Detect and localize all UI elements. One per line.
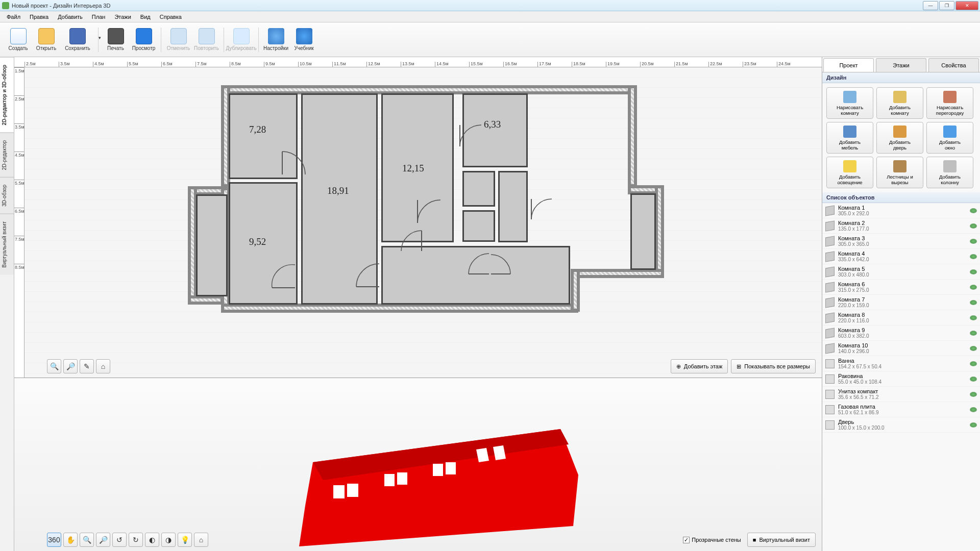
visibility-icon[interactable]: [970, 254, 977, 259]
object-row[interactable]: Комната 8220.0 x 116.0: [822, 310, 980, 325]
rotate-360-icon[interactable]: 360: [47, 533, 61, 547]
object-row[interactable]: Комната 6315.0 x 275.0: [822, 280, 980, 295]
visibility-icon[interactable]: [970, 223, 977, 229]
object-row[interactable]: Ванна154.2 x 67.5 x 50.4: [822, 356, 980, 371]
room-1[interactable]: [229, 93, 298, 179]
object-row[interactable]: Унитаз компакт35.6 x 56.5 x 71.2: [822, 387, 980, 402]
side-tab-1[interactable]: 2D-редактор: [0, 133, 14, 178]
object-row[interactable]: Комната 5303.0 x 480.0: [822, 264, 980, 280]
object-row[interactable]: Комната 10140.0 x 296.0: [822, 341, 980, 356]
visibility-icon[interactable]: [970, 269, 977, 274]
tilt-down-icon[interactable]: ◑: [161, 533, 176, 547]
balcony-right[interactable]: [630, 193, 656, 270]
menu-План[interactable]: План: [87, 14, 110, 20]
room-small-1[interactable]: [462, 171, 495, 207]
room-small-3[interactable]: [498, 171, 528, 242]
visibility-icon[interactable]: [970, 208, 977, 213]
object-row[interactable]: Комната 3305.0 x 365.0: [822, 234, 980, 249]
corridor[interactable]: [381, 246, 570, 305]
room-label: 6,33: [484, 119, 501, 130]
orbit-left-icon[interactable]: ↺: [112, 533, 127, 547]
design-btn-1[interactable]: Добавитькомнату: [876, 87, 923, 119]
object-row[interactable]: Комната 7220.0 x 159.0: [822, 295, 980, 310]
pan-icon[interactable]: ✋: [63, 533, 78, 547]
design-btn-4[interactable]: Добавитьдверь: [876, 122, 923, 154]
object-row[interactable]: Комната 1305.0 x 292.0: [822, 203, 980, 218]
right-tab-1[interactable]: Этажи: [876, 58, 926, 72]
minimize-button[interactable]: —: [923, 1, 938, 10]
zoom-out-3d-icon[interactable]: 🔍: [80, 533, 94, 547]
design-btn-3[interactable]: Добавитьмебель: [826, 122, 873, 154]
menu-Добавить[interactable]: Добавить: [53, 14, 87, 20]
visibility-icon[interactable]: [970, 361, 977, 366]
object-row[interactable]: Газовая плита51.0 x 62.1 x 86.9: [822, 402, 980, 417]
home-3d-icon[interactable]: ⌂: [194, 533, 208, 547]
visibility-icon[interactable]: [970, 346, 977, 351]
zoom-in-icon[interactable]: 🔎: [63, 359, 78, 373]
room-2[interactable]: [301, 93, 378, 305]
virtual-visit-button[interactable]: ■Виртуальный визит: [747, 533, 816, 547]
room-icon: [825, 236, 835, 246]
design-btn-8[interactable]: Добавитьколонну: [926, 157, 973, 188]
room-small-2[interactable]: [462, 210, 495, 242]
object-row[interactable]: Комната 4335.0 x 642.0: [822, 249, 980, 264]
maximize-button[interactable]: ❐: [939, 1, 954, 10]
menu-Файл[interactable]: Файл: [2, 14, 25, 20]
transparent-walls-checkbox[interactable]: ✓Прозрачные стены: [683, 537, 741, 543]
close-button[interactable]: ✕: [955, 1, 978, 10]
design-btn-7[interactable]: Лестницы ивырезы: [876, 157, 923, 188]
side-tab-3[interactable]: Виртуальный визит: [0, 214, 14, 275]
side-tab-0[interactable]: 2D-редактор и 3D-обзор: [0, 57, 14, 133]
show-dimensions-button[interactable]: ⊞Показывать все размеры: [731, 359, 816, 373]
zoom-in-3d-icon[interactable]: 🔎: [96, 533, 110, 547]
balcony-left[interactable]: [196, 194, 228, 296]
toolbar-new-button[interactable]: Создать: [4, 25, 32, 55]
toolbar-tutorial-button[interactable]: Учебник: [290, 25, 318, 55]
right-tab-2[interactable]: Свойства: [928, 58, 979, 72]
visibility-icon[interactable]: [970, 315, 977, 320]
zoom-out-icon[interactable]: 🔍: [47, 359, 61, 373]
object-row[interactable]: Раковина55.0 x 45.0 x 108.4: [822, 371, 980, 387]
side-tab-2[interactable]: 3D-обзор: [0, 177, 14, 214]
stove-icon: [825, 405, 835, 414]
design-btn-0[interactable]: Нарисоватькомнату: [826, 87, 873, 119]
design-btn-5[interactable]: Добавитьокно: [926, 122, 973, 154]
visibility-icon[interactable]: [970, 300, 977, 305]
add-floor-button[interactable]: ⊕Добавить этаж: [671, 359, 728, 373]
toolbar-open-button[interactable]: Открыть: [32, 25, 60, 55]
section-design: Дизайн: [822, 72, 980, 83]
object-list[interactable]: Комната 1305.0 x 292.0Комната 2135.0 x 1…: [822, 203, 980, 551]
plan-2d-viewport[interactable]: 1.5м2.5м3.5м4.5м5.5м6.5м7.5м8.5м: [14, 67, 822, 378]
tilt-up-icon[interactable]: ◐: [145, 533, 159, 547]
toolbar-print-button[interactable]: Печать: [102, 25, 130, 55]
pencil-icon[interactable]: ✎: [80, 359, 94, 373]
home-icon[interactable]: ⌂: [96, 359, 110, 373]
toolbar-save-button[interactable]: Сохранить▾: [60, 25, 95, 55]
design-btn-2[interactable]: Нарисоватьперегородку: [926, 87, 973, 119]
visibility-icon[interactable]: [970, 422, 977, 428]
visibility-icon[interactable]: [970, 407, 977, 412]
light-icon[interactable]: 💡: [178, 533, 192, 547]
object-row[interactable]: Комната 2135.0 x 177.0: [822, 218, 980, 234]
visibility-icon[interactable]: [970, 239, 977, 244]
design-btn-6[interactable]: Добавитьосвещение: [826, 157, 873, 188]
visibility-icon[interactable]: [970, 331, 977, 336]
right-tab-0[interactable]: Проект: [823, 58, 874, 72]
visibility-icon[interactable]: [970, 392, 977, 397]
menu-Вид[interactable]: Вид: [136, 14, 155, 20]
room-icon: [825, 343, 835, 354]
building-3d: [290, 414, 586, 546]
toolbar-settings-button[interactable]: Настройки: [262, 25, 290, 55]
room-4[interactable]: [462, 93, 528, 167]
toolbar-preview-button[interactable]: Просмотр: [130, 25, 158, 55]
chevron-down-icon[interactable]: ▾: [99, 35, 101, 40]
visibility-icon[interactable]: [970, 377, 977, 382]
menu-Этажи[interactable]: Этажи: [110, 14, 135, 20]
visibility-icon[interactable]: [970, 285, 977, 290]
menu-Справка[interactable]: Справка: [155, 14, 186, 20]
orbit-right-icon[interactable]: ↻: [129, 533, 143, 547]
menu-Правка[interactable]: Правка: [25, 14, 53, 20]
object-row[interactable]: Комната 9603.0 x 382.0: [822, 325, 980, 341]
object-row[interactable]: Дверь100.0 x 15.0 x 200.0: [822, 417, 980, 433]
view-3d-viewport[interactable]: 360 ✋ 🔍 🔎 ↺ ↻ ◐ ◑ 💡 ⌂ ✓Прозрачные стены …: [14, 378, 822, 551]
